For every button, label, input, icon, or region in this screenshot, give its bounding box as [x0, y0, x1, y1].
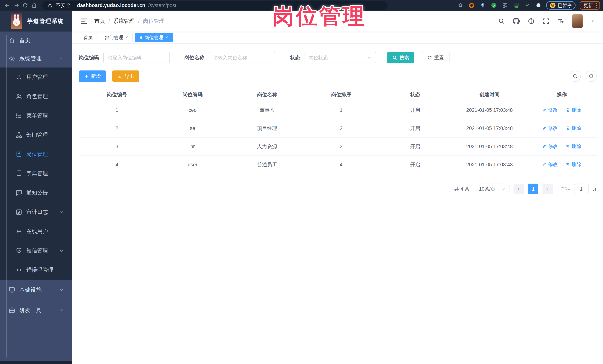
sidebar-item-dict-management[interactable]: 字典管理 [0, 164, 72, 183]
avatar[interactable] [572, 14, 583, 28]
add-button-label: 新增 [91, 73, 101, 79]
edit-link[interactable]: 修改 [542, 161, 558, 168]
user-icon [16, 74, 22, 80]
sidebar-item-post-management[interactable]: 岗位管理 [0, 145, 72, 164]
divider [74, 3, 74, 8]
help-icon[interactable] [528, 18, 535, 25]
tab-label: 首页 [83, 34, 93, 41]
fullscreen-icon[interactable] [543, 18, 550, 25]
font-size-icon[interactable] [557, 18, 564, 25]
delete-link[interactable]: 删除 [566, 161, 581, 168]
status-select[interactable]: 岗位状态 [305, 52, 376, 63]
extension-sprout-icon[interactable] [524, 2, 531, 9]
sidebar-item-sms-management[interactable]: 短信管理 [0, 241, 72, 260]
close-icon[interactable]: × [165, 35, 168, 40]
extension-grid-icon[interactable] [501, 2, 509, 9]
browser-home-icon[interactable] [30, 1, 39, 10]
extension-pin-icon[interactable] [479, 2, 486, 9]
sidebar-item-dev-tools[interactable]: 研发工具 [0, 300, 72, 320]
sidebar-item-audit-log[interactable]: 审计日志 [0, 202, 72, 222]
tab-department[interactable]: 部门管理 × [100, 33, 133, 42]
post-name-label: 岗位名称 [184, 54, 204, 61]
sidebar-item-system-management[interactable]: 系统管理 [0, 50, 72, 67]
table-header-row: 岗位编号 岗位编码 岗位名称 岗位排序 状态 创建时间 操作 [79, 88, 597, 101]
url-path: /system/post [148, 3, 176, 8]
audit-log-icon [16, 209, 22, 215]
sidebar-bottom-strip [0, 361, 72, 364]
search-button[interactable]: 搜索 [387, 52, 414, 63]
reset-button[interactable]: 重置 [422, 52, 450, 63]
sidebar-submenu-system: 用户管理 角色管理 菜单管理 部门管理 岗位管理 [0, 67, 72, 280]
emoji-avatar-icon [550, 3, 556, 8]
browser-back-icon[interactable] [3, 1, 12, 10]
browser-forward-icon[interactable] [12, 1, 21, 10]
profile-paused-badge[interactable]: 已暂停 [546, 1, 576, 10]
sidebar-item-department-management[interactable]: 部门管理 [0, 125, 72, 145]
sidebar-item-role-management[interactable]: 角色管理 [0, 87, 72, 106]
bookmark-star-icon[interactable] [457, 2, 464, 9]
cell-post-code: ceo [155, 101, 230, 119]
sidebar-item-menu-management[interactable]: 菜单管理 [0, 106, 72, 125]
edit-link[interactable]: 修改 [542, 125, 558, 132]
search-icon[interactable] [498, 18, 505, 25]
cell-post-id: 4 [79, 155, 155, 174]
extension-donut-icon[interactable] [468, 2, 475, 9]
post-code-label: 岗位编码 [79, 54, 99, 61]
sidebar-item-home[interactable]: 首页 [0, 32, 72, 50]
prev-page-button[interactable] [513, 184, 524, 194]
extension-puzzle-icon[interactable] [535, 2, 542, 9]
breadcrumb-system[interactable]: 系统管理 [113, 17, 135, 25]
security-label: 不安全 [56, 2, 71, 9]
sidebar-item-label: 角色管理 [26, 93, 48, 100]
browser-menu-icon[interactable] [596, 3, 597, 8]
page-size-select[interactable]: 10条/页 [476, 184, 510, 194]
refresh-table-button[interactable] [586, 71, 597, 82]
next-page-button[interactable] [543, 184, 553, 194]
list-icon [16, 112, 22, 119]
update-label: 更新 [583, 2, 593, 9]
edit-link[interactable]: 修改 [542, 107, 558, 113]
extension-wechat-devtools-icon[interactable] [513, 2, 520, 9]
edit-link[interactable]: 修改 [542, 143, 558, 150]
delete-link[interactable]: 删除 [566, 143, 581, 150]
badge-icon [16, 151, 22, 158]
tab-home[interactable]: 首页 [79, 33, 97, 42]
filter-form: 岗位编码 岗位名称 状态 岗位状态 搜索 重置 [79, 52, 597, 63]
sidebar-item-online-users[interactable]: 在线用户 [0, 222, 72, 241]
signal-icon [16, 228, 22, 235]
breadcrumb-home[interactable]: 首页 [94, 17, 105, 25]
cell-post-name: 董事长 [230, 101, 304, 119]
roles-icon [16, 93, 22, 100]
tab-post[interactable]: 岗位管理 × [135, 33, 173, 42]
post-code-input[interactable] [103, 52, 170, 63]
current-page-button[interactable]: 1 [528, 184, 538, 194]
sidebar-item-label: 岗位管理 [26, 151, 48, 158]
page-size-value: 10条/页 [479, 186, 495, 192]
browser-chrome: 不安全 dashboard.yudao.iocoder.cn /system/p… [0, 0, 603, 11]
goto-page-input[interactable] [574, 184, 589, 194]
page-header: 首页 / 系统管理 / 岗位管理 [72, 11, 603, 32]
sidebar-item-label: 系统管理 [19, 55, 42, 62]
col-header-post-code: 岗位编码 [155, 88, 230, 101]
post-name-input[interactable] [209, 52, 275, 63]
extension-check-icon[interactable] [490, 2, 497, 9]
sidebar-item-error-code-management[interactable]: 错误码管理 [0, 260, 72, 280]
sidebar-collapse-icon[interactable] [80, 17, 88, 25]
caret-down-icon[interactable] [590, 19, 595, 23]
browser-update-button[interactable]: 更新 [580, 1, 600, 10]
address-bar[interactable]: 不安全 dashboard.yudao.iocoder.cn /system/p… [42, 1, 388, 10]
sidebar-item-user-management[interactable]: 用户管理 [0, 67, 72, 87]
export-button[interactable]: 导出 [112, 70, 139, 82]
github-icon[interactable] [513, 18, 520, 25]
sidebar-item-notice[interactable]: 通知公告 [0, 183, 72, 202]
delete-link[interactable]: 删除 [566, 107, 581, 113]
add-button[interactable]: 新增 [79, 70, 106, 82]
delete-link[interactable]: 删除 [566, 125, 581, 132]
sidebar-top-section: 首页 系统管理 [0, 32, 72, 67]
app-logo[interactable]: 芋道管理系统 [0, 11, 72, 32]
sidebar-item-infrastructure[interactable]: 基础设施 [0, 280, 72, 300]
close-icon[interactable]: × [126, 35, 128, 40]
browser-reload-icon[interactable] [21, 1, 30, 10]
breadcrumb-separator: / [138, 18, 139, 24]
toggle-search-button[interactable] [569, 71, 581, 82]
